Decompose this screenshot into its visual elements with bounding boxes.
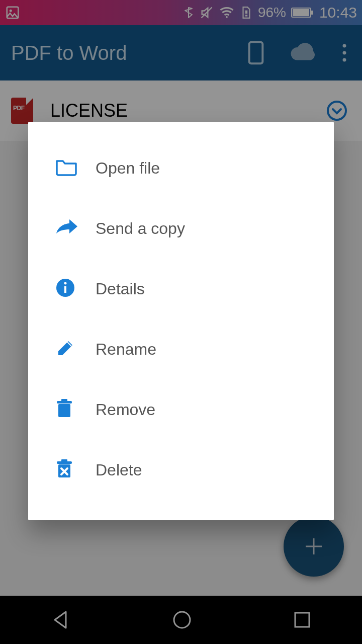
menu-label: Send a copy [96,219,185,238]
menu-delete[interactable]: Delete [28,440,334,500]
menu-details[interactable]: Details [28,259,334,319]
menu-rename[interactable]: Rename [28,319,334,379]
svg-rect-23 [61,399,67,401]
share-arrow-icon [55,218,78,238]
file-actions-menu: Open file Send a copy Details [28,122,334,520]
trash-x-icon [55,458,73,481]
menu-remove[interactable]: Remove [28,379,334,440]
pencil-icon [55,338,75,360]
menu-label: Delete [96,461,142,479]
svg-rect-21 [58,404,70,417]
info-icon [55,278,75,300]
menu-label: Details [96,280,145,298]
svg-point-20 [64,282,67,285]
menu-send-copy[interactable]: Send a copy [28,198,334,259]
menu-label: Open file [96,159,160,178]
trash-icon [55,398,73,421]
svg-rect-19 [64,286,66,293]
svg-rect-26 [61,459,67,462]
menu-label: Remove [96,400,155,419]
menu-open-file[interactable]: Open file [28,138,334,198]
folder-icon [55,158,77,178]
menu-label: Rename [96,340,156,359]
